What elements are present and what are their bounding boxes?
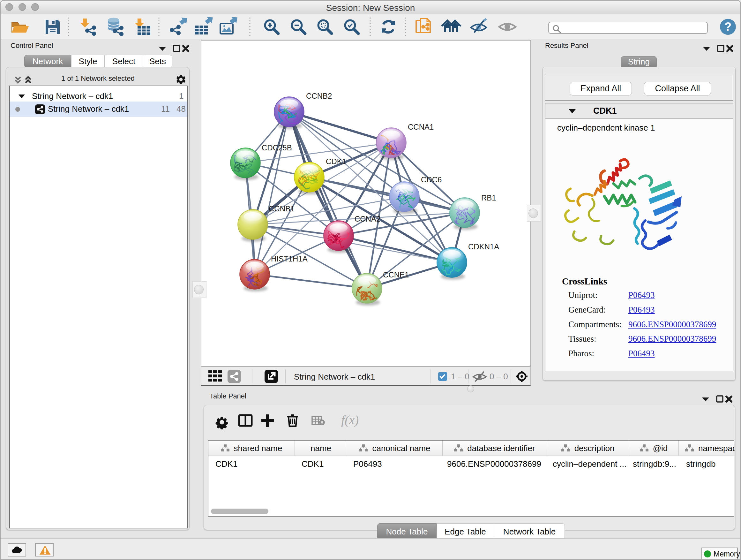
svg-text:RB1: RB1 (481, 193, 496, 202)
svg-text:CDK1: CDK1 (326, 157, 346, 166)
svg-text:CCNE1: CCNE1 (383, 270, 409, 279)
svg-text:CDC25B: CDC25B (262, 143, 292, 152)
svg-text:f(x): f(x) (341, 413, 358, 427)
svg-text:CDKN1A: CDKN1A (468, 242, 499, 251)
svg-text:CDC6: CDC6 (421, 175, 442, 184)
svg-text:CCNA2: CCNA2 (354, 214, 381, 223)
svg-text:CCNA1: CCNA1 (408, 123, 434, 131)
svg-text:HIST1H1A: HIST1H1A (271, 254, 308, 263)
svg-text:CCNB1: CCNB1 (269, 204, 294, 213)
svg-text:CCNB2: CCNB2 (306, 91, 332, 100)
